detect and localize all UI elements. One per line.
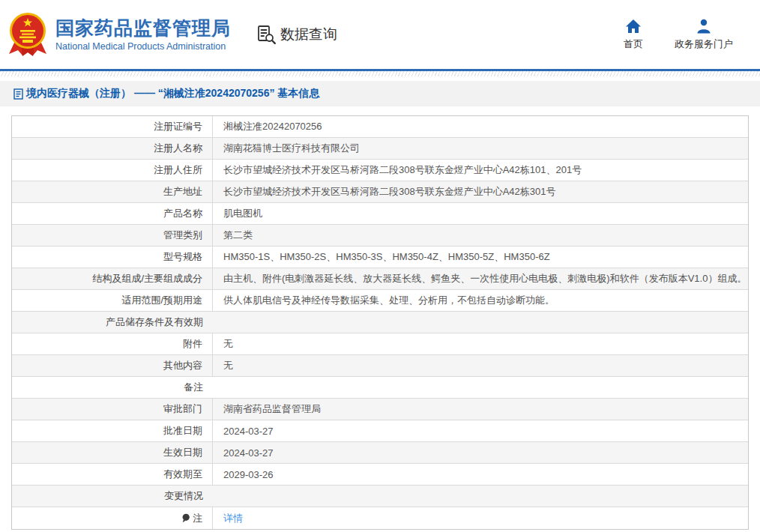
table-row: 审批部门 湖南省药品监督管理局 [12, 399, 748, 420]
row-label: 批准日期 [12, 420, 213, 441]
row-label: 审批部门 [12, 399, 213, 420]
row-label-text: 适用范围/预期用途 [121, 294, 202, 307]
row-label-text: 注 [193, 512, 202, 525]
header-nav: 首页 政务服务门户 [624, 19, 733, 51]
row-label-text: 备注 [184, 381, 203, 394]
site-header: 国家药品监督管理局 National Medical Products Admi… [0, 0, 760, 69]
row-label: 结构及组成/主要组成成分 [12, 268, 213, 289]
row-value: 湘械注准20242070256 [213, 116, 748, 137]
row-value: 第二类 [213, 225, 748, 246]
table-row: 注册证编号 湘械注准20242070256 [12, 116, 748, 138]
row-value: HM350-1S、HM350-2S、HM350-3S、HM350-4Z、HM35… [213, 247, 748, 267]
nav-home-label: 首页 [624, 37, 643, 51]
row-value: 2024-03-27 [213, 442, 748, 463]
row-value: 无 [213, 333, 748, 354]
row-label-text: 有效期至 [163, 468, 202, 481]
table-row: 注 详情 [12, 507, 748, 529]
table-row: 管理类别 第二类 [12, 225, 748, 247]
header-left: 国家药品监督管理局 National Medical Products Admi… [7, 11, 337, 58]
nmpa-emblem-logo [7, 11, 48, 58]
row-label: 注 [12, 507, 213, 529]
row-label: 产品名称 [12, 203, 213, 224]
info-table: 注册证编号 湘械注准20242070256 注册人名称 湖南花猫博士医疗科技有限… [11, 115, 749, 530]
row-label: 注册人名称 [12, 138, 213, 159]
row-value: 湖南花猫博士医疗科技有限公司 [213, 138, 748, 159]
table-row: 变更情况 [12, 486, 748, 507]
data-query-section[interactable]: 数据查询 [256, 25, 337, 45]
row-label: 注册证编号 [12, 116, 213, 137]
row-value: 肌电图机 [213, 203, 748, 224]
row-value: 由主机、附件(电刺激器延长线、放大器延长线、鳄鱼夹、一次性使用心电电极、刺激电极… [213, 268, 748, 289]
row-value: 2029-03-26 [213, 464, 748, 485]
row-value: 长沙市望城经济技术开发区马桥河路二段308号联东金煜产业中心A42栋301号 [213, 181, 748, 202]
row-label: 有效期至 [12, 464, 213, 485]
row-label-text: 型号规格 [163, 250, 202, 264]
nav-home[interactable]: 首页 [624, 19, 643, 51]
row-label: 型号规格 [12, 247, 213, 267]
nav-portal-label: 政务服务门户 [675, 37, 733, 51]
row-label-text: 其他内容 [163, 359, 202, 372]
table-row: 适用范围/预期用途 供人体肌电信号及神经传导数据采集、处理、分析用，不包括自动诊… [12, 290, 748, 312]
row-label: 备注 [12, 377, 213, 398]
note-icon [181, 513, 190, 523]
table-row: 生产地址 长沙市望城经济技术开发区马桥河路二段308号联东金煜产业中心A42栋3… [12, 181, 748, 203]
org-name-cn: 国家药品监督管理局 [55, 17, 231, 39]
table-row: 注册人名称 湖南花猫博士医疗科技有限公司 [12, 138, 748, 160]
detail-link[interactable]: 详情 [213, 507, 748, 529]
table-row: 批准日期 2024-03-27 [12, 420, 748, 442]
nav-portal[interactable]: 政务服务门户 [675, 19, 733, 51]
row-label: 产品储存条件及有效期 [12, 312, 213, 333]
row-value: 无 [213, 355, 748, 376]
row-label-text: 变更情况 [164, 489, 203, 503]
org-name-en: National Medical Products Administration [55, 41, 231, 52]
table-row: 产品储存条件及有效期 [12, 312, 748, 333]
table-row: 附件 无 [12, 333, 748, 355]
home-icon [625, 19, 642, 34]
user-icon [695, 19, 713, 34]
row-label-text: 注册人名称 [154, 142, 202, 155]
row-label: 其他内容 [12, 355, 213, 376]
row-value: 长沙市望城经济技术开发区马桥河路二段308号联东金煜产业中心A42栋101、20… [213, 160, 748, 181]
row-label: 变更情况 [12, 486, 213, 507]
table-row: 型号规格 HM350-1S、HM350-2S、HM350-3S、HM350-4Z… [12, 247, 748, 268]
row-value: 供人体肌电信号及神经传导数据采集、处理、分析用，不包括自动诊断功能。 [213, 290, 748, 311]
row-label-text: 生产地址 [163, 185, 202, 199]
table-row: 结构及组成/主要组成成分 由主机、附件(电刺激器延长线、放大器延长线、鳄鱼夹、一… [12, 268, 748, 290]
row-label: 生产地址 [12, 181, 213, 202]
page-title: 境内医疗器械（注册） —— “湘械注准20242070256” 基本信息 [26, 87, 319, 100]
row-label: 注册人住所 [12, 160, 213, 181]
document-icon [13, 88, 23, 100]
table-row: 生效日期 2024-03-27 [12, 442, 748, 464]
stripe-band [0, 71, 760, 76]
row-label-text: 产品储存条件及有效期 [106, 315, 203, 329]
row-value [213, 486, 748, 507]
row-label-text: 管理类别 [163, 229, 202, 242]
row-value [213, 312, 748, 333]
breadcrumb: 境内医疗器械（注册） —— “湘械注准20242070256” 基本信息 [0, 81, 760, 106]
row-label-text: 批准日期 [163, 424, 202, 438]
row-label-text: 产品名称 [163, 207, 202, 220]
table-row: 其他内容 无 [12, 355, 748, 377]
org-names: 国家药品监督管理局 National Medical Products Admi… [55, 17, 231, 52]
table-row: 备注 [12, 377, 748, 399]
row-label: 生效日期 [12, 442, 213, 463]
row-value: 2024-03-27 [213, 420, 748, 441]
data-query-label: 数据查询 [280, 25, 337, 44]
row-value: 湖南省药品监督管理局 [213, 399, 748, 420]
row-value [213, 377, 748, 398]
table-row: 产品名称 肌电图机 [12, 203, 748, 225]
table-row: 注册人住所 长沙市望城经济技术开发区马桥河路二段308号联东金煜产业中心A42栋… [12, 160, 748, 181]
row-label-text: 审批部门 [163, 402, 202, 416]
row-label-text: 结构及组成/主要组成成分 [92, 272, 202, 285]
row-label: 适用范围/预期用途 [12, 290, 213, 311]
row-label: 附件 [12, 333, 213, 354]
row-label-text: 附件 [183, 337, 202, 351]
table-row: 有效期至 2029-03-26 [12, 464, 748, 486]
row-label-text: 注册证编号 [154, 120, 202, 133]
row-label-text: 注册人住所 [154, 163, 202, 177]
row-label-text: 生效日期 [163, 446, 202, 459]
row-label: 管理类别 [12, 225, 213, 246]
data-query-icon [256, 25, 277, 45]
